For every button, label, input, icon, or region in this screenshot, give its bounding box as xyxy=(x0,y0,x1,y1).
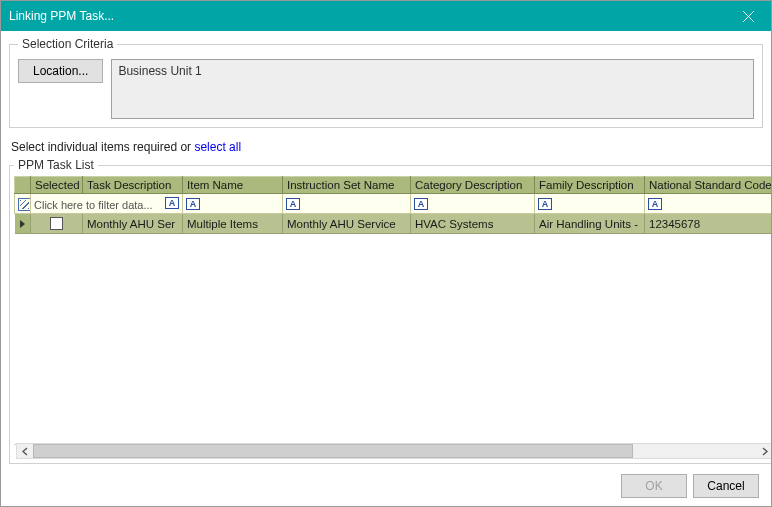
cell-category: HVAC Systems xyxy=(411,214,535,234)
filter-instruction-set[interactable]: A xyxy=(283,194,411,214)
header-national-code[interactable]: National Standard Code xyxy=(645,177,773,194)
scroll-thumb[interactable] xyxy=(33,444,633,458)
row-indicator xyxy=(15,214,31,234)
filter-edit-cell[interactable] xyxy=(15,194,31,214)
cell-task-description: Monthly AHU Ser xyxy=(83,214,183,234)
row-pointer-icon xyxy=(20,220,25,228)
horizontal-scrollbar[interactable] xyxy=(16,443,772,459)
dialog-button-row: OK Cancel xyxy=(9,464,763,498)
location-button[interactable]: Location... xyxy=(18,59,103,83)
selection-criteria-legend: Selection Criteria xyxy=(18,37,117,51)
filter-hint: Click here to filter data... xyxy=(34,198,153,210)
filter-edit-icon xyxy=(18,198,31,211)
ok-button[interactable]: OK xyxy=(621,474,687,498)
filter-category[interactable]: A xyxy=(411,194,535,214)
filter-mode-icon: A xyxy=(186,198,200,210)
header-family[interactable]: Family Description xyxy=(535,177,645,194)
table-row[interactable]: Monthly AHU Ser Multiple Items Monthly A… xyxy=(15,214,773,234)
header-item-name[interactable]: Item Name xyxy=(183,177,283,194)
row-checkbox[interactable] xyxy=(50,217,63,230)
filter-national-code[interactable]: A xyxy=(645,194,773,214)
filter-mode-icon: A xyxy=(538,198,552,210)
close-icon xyxy=(743,11,754,22)
chevron-left-icon xyxy=(22,447,29,456)
filter-family[interactable]: A xyxy=(535,194,645,214)
filter-item-name[interactable]: A xyxy=(183,194,283,214)
header-instruction-set[interactable]: Instruction Set Name xyxy=(283,177,411,194)
filter-mode-icon: A xyxy=(648,198,662,210)
close-button[interactable] xyxy=(725,1,771,31)
cell-instruction-set: Monthly AHU Service xyxy=(283,214,411,234)
task-grid: Selected Task Description Item Name Inst… xyxy=(14,176,772,445)
filter-row: Click here to filter data... A A A A A A xyxy=(15,194,773,214)
scroll-left-arrow[interactable] xyxy=(17,444,33,458)
window-title: Linking PPM Task... xyxy=(9,9,114,23)
filter-selected-task[interactable]: Click here to filter data... A xyxy=(31,194,183,214)
cell-national-code: 12345678 xyxy=(645,214,773,234)
filter-mode-icon: A xyxy=(165,197,179,209)
location-display: Business Unit 1 xyxy=(111,59,754,119)
header-task-description[interactable]: Task Description xyxy=(83,177,183,194)
instruction-prefix: Select individual items required or xyxy=(11,140,194,154)
ppm-task-list-legend: PPM Task List xyxy=(14,158,98,172)
dialog-body: Selection Criteria Location... Business … xyxy=(1,31,771,506)
ppm-task-list-group: PPM Task List Selected Task Description … xyxy=(9,158,772,464)
cell-selected[interactable] xyxy=(31,214,83,234)
filter-mode-icon: A xyxy=(286,198,300,210)
select-all-link[interactable]: select all xyxy=(194,140,241,154)
header-row: Selected Task Description Item Name Inst… xyxy=(15,177,773,194)
header-selected[interactable]: Selected xyxy=(31,177,83,194)
scroll-right-arrow[interactable] xyxy=(756,444,772,458)
scroll-track[interactable] xyxy=(33,444,756,458)
filter-mode-icon: A xyxy=(414,198,428,210)
cell-family: Air Handling Units - xyxy=(535,214,645,234)
instruction-text: Select individual items required or sele… xyxy=(11,140,761,154)
cancel-button[interactable]: Cancel xyxy=(693,474,759,498)
selection-criteria-group: Selection Criteria Location... Business … xyxy=(9,37,763,128)
header-category[interactable]: Category Description xyxy=(411,177,535,194)
chevron-right-icon xyxy=(761,447,768,456)
title-bar: Linking PPM Task... xyxy=(1,1,771,31)
header-indicator xyxy=(15,177,31,194)
cell-item-name: Multiple Items xyxy=(183,214,283,234)
